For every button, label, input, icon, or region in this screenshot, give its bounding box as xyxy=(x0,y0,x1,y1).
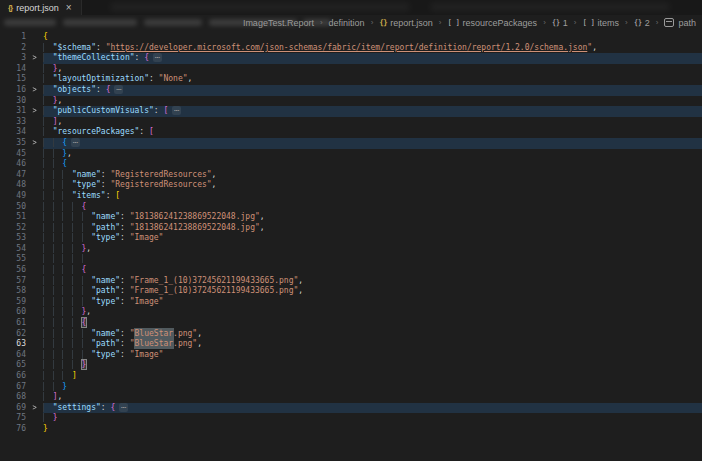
code-token: , xyxy=(197,339,202,348)
code-token: , xyxy=(57,392,62,401)
code-token: "type" xyxy=(91,233,120,242)
redacted-region xyxy=(430,3,670,11)
folded-ellipsis[interactable]: ⋯ xyxy=(114,85,123,94)
line-number: 53 xyxy=(0,233,26,244)
breadcrumb-item-items[interactable]: [ ]items xyxy=(583,18,620,28)
code-line[interactable]: 75 } xyxy=(0,413,702,424)
code-token: "resourcePackages" xyxy=(53,127,140,136)
json-file-icon: {} xyxy=(379,18,387,27)
code-line-content: } xyxy=(43,424,702,435)
code-line[interactable]: 57 "name": "Frame_1_(10)3724562119943366… xyxy=(0,276,702,287)
code-line-content: }, xyxy=(43,244,702,255)
code-line[interactable]: 14 }, xyxy=(0,64,702,75)
code-line[interactable]: 76} xyxy=(0,424,702,435)
line-number: 34 xyxy=(0,127,26,138)
breadcrumb-item-resourcepackages[interactable]: [ ]resourcePackages xyxy=(448,18,538,28)
code-token: .png" xyxy=(173,339,197,348)
code-token: , xyxy=(260,212,265,221)
code-line[interactable]: 62 "name": "BlueStar.png", xyxy=(0,329,702,340)
code-line[interactable]: 34 "resourcePackages": [ xyxy=(0,127,702,138)
code-line[interactable]: 52 "path": "181386241238869522048.jpg", xyxy=(0,223,702,234)
json-braces-icon: {} xyxy=(8,3,12,12)
line-number: 51 xyxy=(0,212,26,223)
code-line-content: "resourcePackages": [ xyxy=(43,127,702,138)
breadcrumb-item-report-json[interactable]: {}report.json xyxy=(379,18,433,28)
code-token: : xyxy=(120,339,130,348)
code-token: "181386241238869522048.jpg" xyxy=(130,223,260,232)
breadcrumb-separator-icon: › xyxy=(625,18,628,27)
code-token: , xyxy=(57,96,62,105)
code-line[interactable]: 63 "path": "BlueStar.png", xyxy=(0,339,702,350)
code-token: "name" xyxy=(91,276,120,285)
code-line[interactable]: 55 xyxy=(0,254,702,265)
line-number: 64 xyxy=(0,350,26,361)
code-line[interactable]: 56 { xyxy=(0,265,702,276)
code-line[interactable]: 50 { xyxy=(0,202,702,213)
folded-ellipsis[interactable]: ⋯ xyxy=(71,138,80,147)
code-line[interactable]: 15 "layoutOptimization": "None", xyxy=(0,74,702,85)
line-number: 54 xyxy=(0,244,26,255)
code-line-content: }, xyxy=(43,149,702,160)
code-token: { xyxy=(82,318,87,327)
code-line[interactable]: 2 "$schema": "https://developer.microsof… xyxy=(0,43,702,54)
code-line[interactable]: 58 "path": "Frame_1_(10)3724562119943366… xyxy=(0,286,702,297)
code-line[interactable]: 48 "type": "RegisteredResources", xyxy=(0,180,702,191)
code-token: : xyxy=(120,350,130,359)
code-line[interactable]: 33 ], xyxy=(0,117,702,128)
code-token: } xyxy=(43,424,48,433)
code-token: "Image" xyxy=(130,297,164,306)
code-line-content: "settings": {⋯ xyxy=(43,403,702,414)
code-token: , xyxy=(298,286,303,295)
line-number: 55 xyxy=(0,254,26,265)
code-line[interactable]: 54 }, xyxy=(0,244,702,255)
code-token: } xyxy=(53,413,58,422)
code-line[interactable]: 45 }, xyxy=(0,149,702,160)
code-token: ] xyxy=(72,371,77,380)
line-number: 48 xyxy=(0,180,26,191)
code-token: , xyxy=(57,117,62,126)
line-number: 76 xyxy=(0,424,26,435)
code-line[interactable]: 53 "type": "Image" xyxy=(0,233,702,244)
folded-ellipsis[interactable]: ⋯ xyxy=(172,106,181,115)
line-number: 60 xyxy=(0,307,26,318)
breadcrumb-label: 2 xyxy=(645,18,650,28)
code-line[interactable]: 47 "name": "RegisteredResources", xyxy=(0,170,702,181)
close-icon[interactable]: × xyxy=(66,3,72,13)
line-number: 31 xyxy=(0,106,26,117)
code-line[interactable]: 1{ xyxy=(0,32,702,43)
code-line-content: "type": "Image" xyxy=(43,233,702,244)
code-token: "path" xyxy=(91,339,120,348)
code-line[interactable]: 3> "themeCollection": {⋯ xyxy=(0,53,702,64)
code-token: , xyxy=(188,74,193,83)
breadcrumb-item-1[interactable]: {}1 xyxy=(552,18,568,28)
line-number: 58 xyxy=(0,286,26,297)
breadcrumb-item-2[interactable]: {}2 xyxy=(634,18,650,28)
folded-ellipsis[interactable]: ⋯ xyxy=(119,403,128,412)
code-line[interactable]: 69> "settings": {⋯ xyxy=(0,403,702,414)
code-line[interactable]: 66 ] xyxy=(0,371,702,382)
folded-ellipsis[interactable]: ⋯ xyxy=(153,53,162,62)
breadcrumb-item-path[interactable]: path xyxy=(664,18,696,28)
code-line[interactable]: 51 "name": "181386241238869522048.jpg", xyxy=(0,212,702,223)
code-line-content: }, xyxy=(43,307,702,318)
code-line[interactable]: 46 { xyxy=(0,159,702,170)
code-line[interactable]: 64 "type": "Image" xyxy=(0,350,702,361)
code-line-content: { xyxy=(43,202,702,213)
line-number: 45 xyxy=(0,149,26,160)
code-token: "None" xyxy=(159,74,188,83)
code-line[interactable]: 49 "items": [ xyxy=(0,191,702,202)
code-line[interactable]: 30 }, xyxy=(0,96,702,107)
tab-report-json[interactable]: {} report.json × xyxy=(0,0,82,15)
code-line[interactable]: 68 ], xyxy=(0,392,702,403)
code-line[interactable]: 67 } xyxy=(0,382,702,393)
code-line[interactable]: 59 "type": "Image" xyxy=(0,297,702,308)
code-line[interactable]: 16> "objects": {⋯ xyxy=(0,85,702,96)
code-token: "publicCustomVisuals" xyxy=(53,106,154,115)
fold-gutter xyxy=(26,423,43,436)
code-line[interactable]: 35> {⋯ xyxy=(0,138,702,149)
code-line[interactable]: 31> "publicCustomVisuals": [⋯ xyxy=(0,106,702,117)
code-line[interactable]: 65 } xyxy=(0,360,702,371)
line-number: 52 xyxy=(0,223,26,234)
code-line[interactable]: 60 }, xyxy=(0,307,702,318)
code-line[interactable]: 61 { xyxy=(0,318,702,329)
